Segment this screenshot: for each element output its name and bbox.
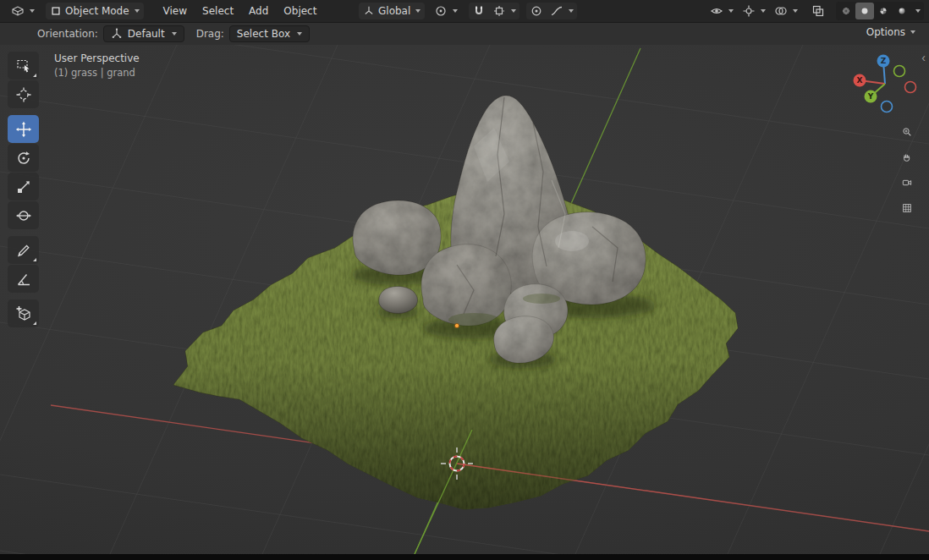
- tool-rotate[interactable]: [8, 144, 39, 172]
- chevron-down-icon: [135, 9, 140, 13]
- editor-type-button[interactable]: [7, 3, 39, 19]
- mode-dropdown[interactable]: Object Mode: [46, 3, 144, 19]
- object-mode-icon: [50, 5, 62, 17]
- gizmo-y-label: Y: [867, 92, 874, 101]
- overlays-dropdown[interactable]: [770, 3, 802, 19]
- chevron-down-icon: [761, 9, 766, 13]
- solid-sphere-icon: [860, 4, 869, 18]
- scale-icon: [15, 178, 32, 195]
- drag-mode-dropdown[interactable]: Select Box: [229, 25, 310, 42]
- falloff-curve-icon: [550, 4, 563, 18]
- overlays-icon: [774, 4, 788, 18]
- object-visibility-dropdown[interactable]: [706, 3, 738, 19]
- tool-shelf: [8, 52, 39, 328]
- zoom-button[interactable]: [897, 122, 917, 142]
- viewport-header: Object Mode View Select Add Object Globa…: [0, 0, 929, 23]
- xray-icon: [811, 4, 825, 18]
- orientation-default-dropdown[interactable]: Default: [103, 25, 184, 42]
- tool-cursor[interactable]: [8, 80, 39, 108]
- material-sphere-icon: [879, 4, 888, 18]
- shading-wireframe-button[interactable]: [837, 3, 855, 19]
- rotate-icon: [15, 150, 32, 167]
- gizmos-dropdown[interactable]: [738, 3, 770, 19]
- orientation-value: Global: [378, 5, 410, 17]
- add-cube-icon: [15, 305, 32, 322]
- navigation-gizmo[interactable]: Z X Y: [849, 49, 921, 120]
- menu-view[interactable]: View: [156, 2, 195, 20]
- tool-settings-bar: Orientation: Default Drag: Select Box Op…: [0, 23, 929, 46]
- cursor-tool-icon: [15, 86, 32, 103]
- annotate-pencil-icon: [15, 242, 32, 259]
- pan-hand-button[interactable]: [897, 147, 917, 167]
- gizmo-neg-x-ball[interactable]: [905, 82, 916, 93]
- chevron-down-icon: [453, 9, 458, 13]
- menu-object[interactable]: Object: [276, 2, 324, 20]
- shading-modes: [836, 2, 924, 20]
- transform-orientation-dropdown[interactable]: Global: [359, 3, 425, 19]
- chevron-down-icon: [915, 9, 921, 13]
- tool-select-box[interactable]: [8, 52, 39, 80]
- gizmo-icon: [742, 4, 756, 18]
- drag-value: Select Box: [237, 28, 290, 40]
- menu-select[interactable]: Select: [195, 2, 241, 20]
- sidebar-toggle[interactable]: ‹: [920, 52, 927, 63]
- chevron-down-icon: [415, 9, 421, 13]
- gizmo-neg-z-ball[interactable]: [882, 102, 893, 113]
- menu-add[interactable]: Add: [241, 2, 276, 20]
- tool-transform[interactable]: [8, 201, 39, 229]
- grid-ortho-icon: [902, 200, 912, 216]
- transform-icon: [15, 207, 32, 224]
- proportional-falloff-dropdown[interactable]: [547, 3, 577, 19]
- measure-icon: [15, 271, 32, 288]
- chevron-down-icon: [511, 9, 516, 13]
- gizmo-x-label: X: [857, 76, 863, 85]
- chevron-down-icon: [297, 32, 302, 36]
- drag-label: Drag:: [196, 28, 224, 40]
- camera-icon: [902, 175, 912, 190]
- wireframe-sphere-icon: [842, 4, 850, 18]
- gizmo-neg-y-ball[interactable]: [894, 66, 905, 77]
- object-origin-dot: [454, 323, 459, 327]
- shading-rendered-button[interactable]: [893, 3, 911, 19]
- proportional-group: [526, 3, 577, 19]
- snap-toggle[interactable]: [469, 3, 489, 19]
- viewport-3d[interactable]: User Perspective (1) grass | grand: [0, 45, 929, 554]
- viewport-menus: View Select Add Object: [156, 2, 325, 20]
- camera-view-button[interactable]: [897, 173, 917, 193]
- proportional-editing-toggle[interactable]: [526, 3, 547, 19]
- axes-icon: [111, 28, 123, 40]
- shading-solid-button[interactable]: [855, 3, 874, 19]
- orientation-value: Default: [128, 28, 165, 40]
- select-box-icon: [15, 58, 32, 74]
- eye-icon: [710, 4, 723, 18]
- magnifier-icon: [902, 124, 912, 140]
- tool-add-cube[interactable]: [8, 299, 39, 327]
- chevron-down-icon: [910, 30, 915, 34]
- xray-toggle[interactable]: [807, 3, 829, 19]
- shading-dropdown[interactable]: [911, 3, 923, 19]
- pivot-point-dropdown[interactable]: [430, 3, 462, 19]
- tool-scale[interactable]: [8, 173, 39, 200]
- hand-icon: [902, 150, 912, 165]
- tool-measure[interactable]: [8, 265, 39, 293]
- pivot-point-icon: [434, 4, 448, 18]
- snap-group: [469, 3, 519, 19]
- global-orientation-icon: [363, 5, 375, 17]
- chevron-down-icon: [728, 9, 734, 13]
- tool-move[interactable]: [8, 115, 39, 143]
- chevron-down-icon: [30, 9, 35, 13]
- magnet-icon: [472, 4, 486, 18]
- proportional-editing-icon: [530, 4, 543, 18]
- chevron-down-icon: [793, 9, 798, 13]
- options-dropdown[interactable]: Options: [861, 25, 921, 39]
- gizmo-z-label: Z: [881, 57, 887, 65]
- tool-annotate[interactable]: [8, 236, 39, 264]
- scene-canvas: [0, 45, 929, 554]
- snap-target-dropdown[interactable]: [489, 3, 519, 19]
- rendered-sphere-icon: [898, 4, 906, 18]
- shading-material-button[interactable]: [874, 3, 893, 19]
- move-icon: [15, 121, 32, 138]
- perspective-toggle-button[interactable]: [897, 198, 917, 218]
- options-label: Options: [866, 26, 905, 38]
- snap-increment-icon: [492, 4, 506, 18]
